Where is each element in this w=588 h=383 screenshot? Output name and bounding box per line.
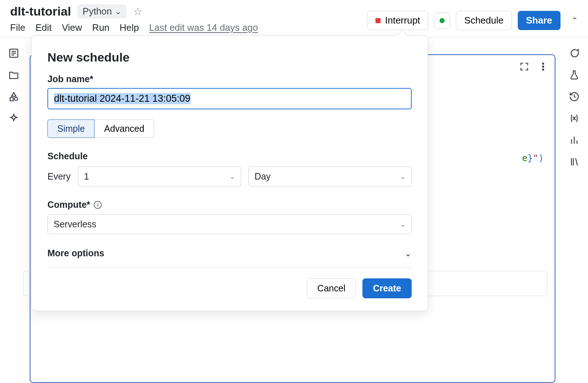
create-button[interactable]: Create [362,278,412,298]
interval-select[interactable]: 1 ⌄ [78,167,241,186]
notebook-title[interactable]: dlt-tutorial [10,4,71,18]
chevron-down-icon: ⌄ [400,173,406,181]
compute-select[interactable]: Serverless ⌄ [47,214,412,234]
menu-edit[interactable]: Edit [35,22,52,33]
chevron-up-icon[interactable]: ⌃ [571,16,578,25]
status-dot-icon [440,18,445,23]
flask-icon[interactable] [569,70,580,80]
job-name-input[interactable] [47,88,412,109]
history-icon[interactable] [569,91,580,102]
kebab-icon[interactable] [538,62,548,73]
schedule-button[interactable]: Schedule [456,11,512,30]
code-fragment: e}") [522,153,544,163]
info-icon[interactable]: i [94,201,102,209]
chevron-down-icon: ⌄ [400,220,406,228]
expand-icon[interactable] [519,62,529,73]
last-edit-link[interactable]: Last edit was 14 days ago [149,22,258,33]
header: dlt-tutorial Python ⌄ ☆ File Edit View R… [0,0,588,38]
compute-label: Compute* i [47,199,412,210]
right-rail [560,38,588,383]
folder-icon[interactable] [8,70,19,80]
chart-icon[interactable] [569,135,580,146]
menu-help[interactable]: Help [119,22,139,33]
library-icon[interactable] [569,156,580,167]
comments-icon[interactable] [569,48,580,59]
unit-value: Day [255,171,270,182]
unit-select[interactable]: Day ⌄ [248,167,412,186]
svg-rect-5 [10,98,13,101]
more-options-toggle[interactable]: More options ⌄ [47,248,412,268]
stop-icon [375,18,381,23]
cancel-button[interactable]: Cancel [307,278,356,298]
every-label: Every [47,171,71,182]
svg-point-15 [542,63,544,64]
chevron-down-icon: ⌄ [230,173,235,181]
shapes-icon[interactable] [8,91,19,102]
svg-point-16 [542,66,544,67]
menu-file[interactable]: File [10,22,25,33]
sparkle-icon[interactable] [8,113,19,124]
mode-segmented: Simple Advanced [47,119,412,138]
interrupt-button[interactable]: Interrupt [367,11,428,30]
menu-view[interactable]: View [62,22,82,33]
language-pill[interactable]: Python ⌄ [77,4,126,18]
schedule-label: Schedule [47,151,412,161]
share-button[interactable]: Share [518,11,560,30]
schedule-label: Schedule [464,15,503,26]
svg-point-17 [542,69,544,70]
svg-marker-4 [12,93,16,96]
star-icon[interactable]: ☆ [133,5,143,18]
tab-advanced[interactable]: Advanced [94,119,154,138]
language-label: Python [83,6,112,17]
tab-simple[interactable]: Simple [47,119,94,138]
compute-value: Serverless [54,219,96,230]
interrupt-label: Interrupt [385,15,420,26]
menu-run[interactable]: Run [92,22,110,33]
dialog-title: New schedule [47,50,412,64]
job-name-label: Job name* [47,74,412,84]
kernel-status-button[interactable] [434,13,450,29]
interval-value: 1 [84,171,89,182]
variables-icon[interactable] [569,113,580,124]
chevron-down-icon: ⌄ [404,248,412,258]
toc-icon[interactable] [8,48,19,59]
svg-point-6 [14,97,18,101]
svg-line-14 [576,158,578,165]
chevron-down-icon: ⌄ [115,7,121,16]
share-label: Share [526,15,552,26]
schedule-dialog: New schedule Job name* Simple Advanced S… [31,35,428,311]
left-rail [0,38,28,383]
